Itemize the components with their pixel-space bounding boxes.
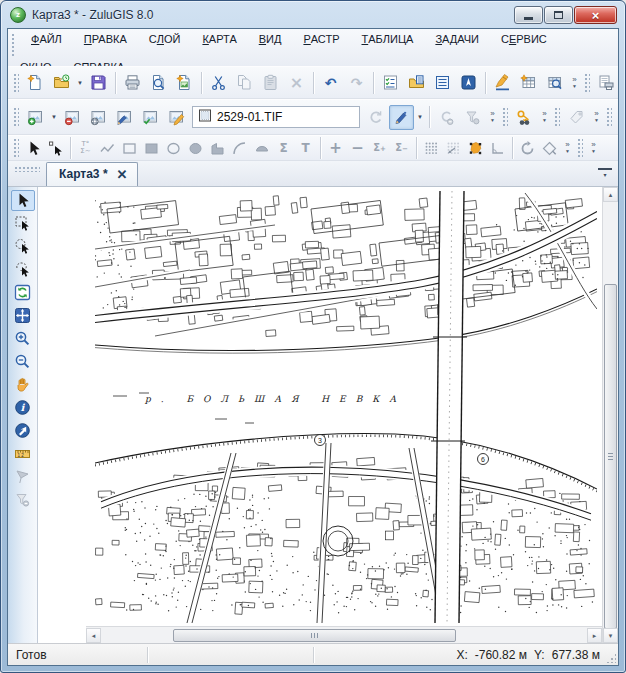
menu-item-edit[interactable]: ПРАВКА <box>74 30 137 47</box>
grid-arrow-button[interactable] <box>443 138 464 159</box>
plus-button[interactable]: + <box>325 138 346 159</box>
raster-properties-button[interactable] <box>86 105 111 130</box>
new-document-button[interactable] <box>23 70 48 95</box>
new-map-image-button[interactable] <box>172 70 197 95</box>
sidebar-tool-fit-extent[interactable] <box>11 305 35 326</box>
sigma-button[interactable]: Σ <box>273 138 294 159</box>
sidebar-tool-measure-ruler[interactable]: 1 2 <box>11 443 35 464</box>
polygon-button[interactable] <box>207 138 228 159</box>
dropdown-arrow-icon[interactable]: ▼ <box>415 114 425 120</box>
app-icon[interactable]: z <box>10 7 26 23</box>
menu-item-raster[interactable]: РАСТР <box>293 30 349 47</box>
sidebar-tool-select-circle[interactable] <box>11 236 35 257</box>
new-table-button[interactable] <box>516 70 541 95</box>
arc-button[interactable] <box>229 138 250 159</box>
menu-item-view[interactable]: ВИД <box>249 30 292 47</box>
menu-item-map[interactable]: КАРТА <box>192 30 246 47</box>
title-bar[interactable]: z Карта3 * - ZuluGIS 8.0 × <box>1 1 625 28</box>
raster-add-button[interactable] <box>23 105 48 130</box>
rect-outline-button[interactable] <box>119 138 140 159</box>
minimize-button[interactable] <box>514 6 543 24</box>
legend-button[interactable] <box>430 70 455 95</box>
print-button[interactable] <box>120 70 145 95</box>
sidebar-tool-select-rect[interactable] <box>11 213 35 234</box>
ellipse-outline-button[interactable] <box>163 138 184 159</box>
toolbar-grip[interactable] <box>13 106 19 128</box>
navigator-button[interactable] <box>456 70 481 95</box>
toolbar-grip[interactable] <box>13 137 19 159</box>
toolbar-overflow-button[interactable]: »▼ <box>486 104 499 130</box>
toolbar-overflow-button[interactable]: »▼ <box>590 104 603 130</box>
tab-close-icon[interactable]: ✕ <box>117 168 128 181</box>
text-button[interactable]: T <box>295 138 316 159</box>
sidebar-tool-zoom-in[interactable] <box>11 328 35 349</box>
raster-check-button[interactable] <box>138 105 163 130</box>
horizontal-scroll-thumb[interactable] <box>173 629 456 642</box>
tag-button[interactable] <box>564 105 589 130</box>
print-preview-button[interactable] <box>146 70 171 95</box>
sidebar-tool-goto[interactable] <box>11 420 35 441</box>
open-project-button[interactable] <box>49 70 74 95</box>
sidebar-tool-filter-off[interactable] <box>11 489 35 510</box>
minus-button[interactable]: − <box>347 138 368 159</box>
raster-edit-button[interactable] <box>112 105 137 130</box>
tab-karta3[interactable]: Карта3 * ✕ <box>46 162 138 186</box>
task-list-button[interactable] <box>378 70 403 95</box>
layer-folder-button[interactable] <box>404 70 429 95</box>
sidebar-tool-pan-hand[interactable] <box>11 374 35 395</box>
scroll-up-arrow-icon[interactable]: ▴ <box>603 187 618 202</box>
toolbar-overflow-button[interactable]: »▼ <box>561 135 574 161</box>
shape-circle-button[interactable] <box>616 105 619 130</box>
menu-item-file[interactable]: ФАЙЛ <box>21 30 72 47</box>
sidebar-tool-refresh[interactable] <box>11 282 35 303</box>
vertical-scroll-thumb[interactable] <box>604 284 617 629</box>
window-resize-grip[interactable] <box>606 653 616 663</box>
table-search-button[interactable] <box>542 70 567 95</box>
toolbar-grip[interactable] <box>502 106 508 128</box>
paste-button[interactable] <box>258 70 283 95</box>
toolbar-grip[interactable] <box>606 106 612 128</box>
toolbar-grip[interactable] <box>13 72 19 94</box>
link-rotate-button[interactable] <box>363 105 388 130</box>
close-button[interactable]: × <box>574 6 617 24</box>
toolbar-overflow-button[interactable]: »▼ <box>568 70 581 96</box>
text-symbol-button[interactable]: T°Σ~ <box>75 138 96 159</box>
scroll-down-arrow-icon[interactable]: ▾ <box>603 628 618 643</box>
raster-remove-button[interactable] <box>60 105 85 130</box>
raster-transform-button[interactable] <box>164 105 189 130</box>
sidebar-tool-pointer[interactable] <box>11 190 35 211</box>
maximize-button[interactable] <box>544 6 573 24</box>
copy-button[interactable] <box>232 70 257 95</box>
sidebar-tool-select-lasso[interactable] <box>11 259 35 280</box>
sidebar-tool-info[interactable]: i <box>11 397 35 418</box>
pencil-button[interactable] <box>389 105 414 130</box>
toolbar-overflow-button[interactable]: »▼ <box>538 104 551 130</box>
undo-button[interactable]: ↶ <box>318 70 343 95</box>
sigma-minus-button[interactable]: Σ− <box>391 138 412 159</box>
rotate-button[interactable] <box>517 138 538 159</box>
ellipse-filled-button[interactable] <box>185 138 206 159</box>
sidebar-tool-flag[interactable] <box>11 466 35 487</box>
horizontal-scrollbar[interactable]: ◂ ▸ <box>86 626 602 643</box>
polyline-button[interactable] <box>97 138 118 159</box>
angle-button[interactable] <box>487 138 508 159</box>
save-button[interactable] <box>86 70 111 95</box>
toolbar-grip[interactable] <box>584 72 590 94</box>
menu-item-layer[interactable]: СЛОЙ <box>139 30 191 47</box>
grid-dots-button[interactable] <box>421 138 442 159</box>
select-area-button[interactable] <box>465 138 486 159</box>
raster-map-image[interactable]: р. БОЛЬШАЯ НЕВКА 3 6 <box>95 191 597 623</box>
raster-add-dropdown[interactable]: ▼ <box>49 114 59 120</box>
pointer-button[interactable] <box>23 138 44 159</box>
raster-file-combobox[interactable]: 2529-01.TIF <box>192 106 360 128</box>
filter-node-button[interactable] <box>460 105 485 130</box>
unlink-rotate-button[interactable] <box>434 105 459 130</box>
menubar-grip[interactable] <box>11 32 16 58</box>
pointer-node-button[interactable] <box>45 138 66 159</box>
redo-button[interactable]: ↷ <box>344 70 369 95</box>
scroll-right-arrow-icon[interactable]: ▸ <box>587 628 602 643</box>
print-screen-button[interactable] <box>594 70 619 95</box>
menu-item-table[interactable]: ТАБЛИЦА <box>352 30 424 47</box>
sidebar-tool-zoom-out[interactable] <box>11 351 35 372</box>
menu-item-tasks[interactable]: ЗАДАЧИ <box>425 30 489 47</box>
